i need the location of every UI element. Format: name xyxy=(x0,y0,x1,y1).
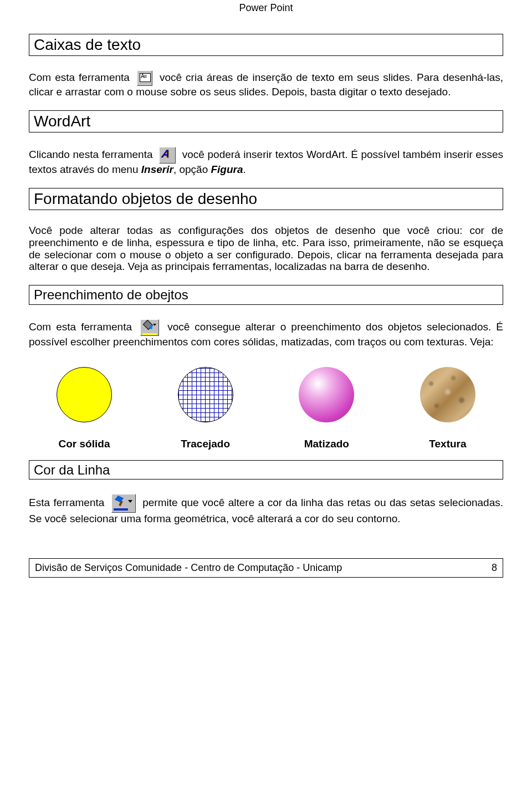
circle-hatch-icon xyxy=(178,367,233,422)
footer: Divisão de Serviços Comunidade - Centro … xyxy=(29,558,503,578)
label-grad: Matizado xyxy=(288,438,365,450)
section-wordart-title: WordArt xyxy=(29,110,503,132)
footer-text: Divisão de Serviços Comunidade - Centro … xyxy=(35,562,342,574)
circle-gradient-icon xyxy=(299,367,354,422)
circle-solid-icon xyxy=(57,367,112,422)
preench-text-before: Com esta ferramenta xyxy=(29,321,132,333)
fill-examples-row: Cor sólida Tracejado Matizado Textura xyxy=(45,367,487,450)
linha-text-before: Esta ferramenta xyxy=(29,497,104,508)
textbox-icon xyxy=(137,70,152,86)
fill-example-texture: Textura xyxy=(409,367,487,450)
wordart-paragraph: Clicando nesta ferramenta você poderá in… xyxy=(29,147,503,176)
fill-bucket-icon xyxy=(140,319,159,336)
fill-example-gradient: Matizado xyxy=(288,367,365,450)
fill-example-solid: Cor sólida xyxy=(45,367,123,450)
caixas-text-before: Com esta ferramenta xyxy=(29,72,130,83)
section-formatando-title: Formatando objetos de desenho xyxy=(29,188,503,210)
wordart-menu: Inserir xyxy=(141,164,173,175)
preenchimento-paragraph: Com esta ferramenta você consegue altera… xyxy=(29,319,503,348)
label-hatch: Tracejado xyxy=(167,438,244,450)
wordart-option: Figura xyxy=(211,164,243,175)
circle-texture-icon xyxy=(420,367,475,422)
cordalinha-paragraph: Esta ferramenta permite que você altere … xyxy=(29,494,503,525)
line-color-icon xyxy=(111,494,136,513)
fill-example-hatch: Tracejado xyxy=(167,367,244,450)
wordart-end: . xyxy=(243,164,246,175)
section-cordalinha-title: Cor da Linha xyxy=(29,460,503,480)
wordart-icon xyxy=(159,147,176,164)
label-tex: Textura xyxy=(409,438,487,450)
formatando-paragraph: Você pode alterar todas as configurações… xyxy=(29,225,503,273)
doc-header-title: Power Point xyxy=(29,0,503,24)
wordart-sep: , opção xyxy=(173,164,211,175)
section-caixas-title: Caixas de texto xyxy=(29,34,503,56)
wordart-text-before: Clicando nesta ferramenta xyxy=(29,149,153,160)
label-solid: Cor sólida xyxy=(45,438,123,450)
page-number: 8 xyxy=(469,562,497,574)
section-preenchimento-title: Preenchimento de obejtos xyxy=(29,285,503,305)
caixas-paragraph: Com esta ferramenta você cria áreas de i… xyxy=(29,70,503,98)
